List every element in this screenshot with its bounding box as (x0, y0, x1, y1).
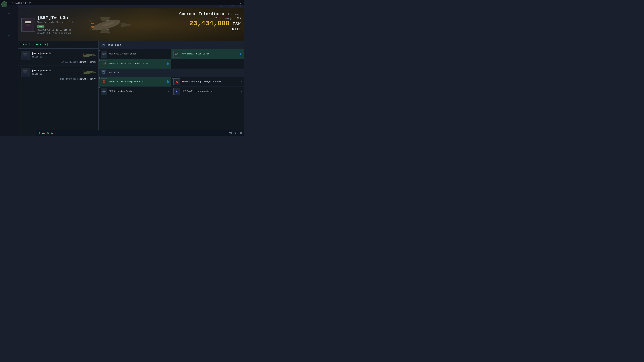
high-slot-item-1[interactable]: 1 MK9 Small Pulse Laser × (98, 49, 172, 59)
victim-avatar (22, 18, 35, 31)
svg-point-17 (91, 26, 94, 28)
svg-marker-37 (82, 73, 84, 75)
svg-point-66 (104, 91, 104, 92)
hamburger-icon: ≡ (4, 3, 5, 6)
total-damage-line: Total damage: 2969 (179, 17, 241, 20)
bottom-value: 15,640.08 (42, 132, 53, 134)
participant-card-2: [NILF]Nomadic Talos II (18, 66, 98, 83)
outer-close-button[interactable]: × (240, 2, 242, 5)
filter-icon[interactable]: ⊟ (240, 132, 242, 134)
svg-rect-23 (23, 53, 27, 54)
total-damage-label: Total damage: (216, 17, 234, 20)
participants-title: Participants (22, 43, 42, 46)
low-slot-4-name: MK7 Small Microwarpdrive (182, 90, 239, 93)
high-slot-item-4-empty (172, 59, 244, 69)
svg-marker-27 (82, 56, 84, 58)
low-slot-item-4[interactable]: 1 MK7 Small Microwarpdrive × (172, 87, 244, 96)
participant-1-damage: 2969 (80, 60, 86, 63)
low-slot-icon (101, 70, 106, 75)
low-slot-4-icon (174, 88, 180, 95)
low-slot-item-2[interactable]: 1 Federation Navy Damage Control × (172, 77, 244, 87)
high-slot-2-action[interactable]: 👤 (239, 53, 242, 55)
low-slot-title: Low Slot (108, 71, 120, 74)
svg-marker-11 (88, 18, 94, 23)
participant-2-name: [NILF]Nomadic (32, 69, 79, 72)
low-slot-3-name: MK5 Cloaking Device (109, 90, 166, 93)
ship-name: Coercer Interdictor (179, 12, 225, 16)
low-slot-3-action[interactable]: × (168, 90, 169, 93)
kill-location: Z-UZZN < F-RA63 < Querious (38, 32, 241, 34)
svg-marker-35 (93, 71, 96, 73)
participant-2-details: [NILF]Nomadic Talos II (32, 69, 79, 75)
participant-1-name: [NILF]Nomadic (32, 52, 79, 55)
lower-section: Participants [1] (18, 41, 244, 136)
participant-1-avatar (21, 51, 30, 60)
high-slot-item-2[interactable]: 1 MK9 Small Pulse Laser 👤 (172, 49, 244, 59)
svg-point-39 (82, 72, 84, 73)
section-bar (21, 43, 21, 46)
svg-point-29 (82, 55, 84, 56)
page-label: Page 1 (228, 132, 236, 134)
participant-1-details: [NILF]Nomadic Talos II (32, 52, 79, 58)
participant-2-top: [NILF]Nomadic Talos II (21, 68, 96, 77)
participant-1-stats: Final Blow | 2969 | 100% (21, 60, 96, 63)
participant-2-avatar (21, 68, 30, 77)
participant-2-damage: 2969 (80, 78, 86, 81)
high-slot-item-3[interactable]: 1 Imperial Navy Small Beam Laser 👤 (98, 59, 172, 69)
participant-1-role: Final Blow (60, 60, 76, 63)
low-slot-2-icon (174, 78, 180, 85)
participant-card-1: [NILF]Nomadic Talos II (18, 49, 98, 66)
low-slot-grid: 1 Imperial Navy Adaptive Armor... � (98, 77, 244, 96)
pagination: Page 1 ✎ ⊟ (228, 132, 242, 134)
high-slot-1-action[interactable]: × (168, 53, 169, 55)
sidebar-star-icon[interactable]: ★ (5, 31, 13, 39)
svg-marker-25 (93, 54, 96, 56)
high-slot-3-name: Imperial Navy Small Beam Laser (109, 62, 165, 65)
low-slot-4-action[interactable]: × (241, 90, 242, 93)
avatar-placeholder (22, 18, 35, 31)
kill-result-label: Kill (232, 27, 241, 31)
outer-window: ≡ CHARACTER × ≡ ✕ ★ ≡ KILL REPORT [ID:74… (0, 0, 244, 136)
high-slot-icon (101, 43, 106, 47)
svg-point-38 (82, 71, 84, 72)
sidebar-close-icon[interactable]: ✕ (5, 21, 13, 28)
sidebar-menu-icon[interactable]: ≡ (5, 10, 13, 17)
low-slot-item-3[interactable]: 1 MK5 Cloaking Device × (98, 87, 172, 96)
high-slot-header: High Slot (98, 41, 244, 49)
low-slot-2-name: Federation Navy Damage Control (182, 80, 239, 83)
svg-point-71 (176, 91, 177, 92)
edit-icon[interactable]: ✎ (238, 132, 239, 134)
bottom-bar: ⊞ 15,640.08 | Page 1 ✎ ⊟ (36, 130, 244, 136)
high-slot-3-icon (100, 60, 107, 67)
low-slot-1-icon (100, 78, 107, 85)
svg-rect-22 (22, 57, 28, 60)
high-slot-1-name: MK9 Small Pulse Laser (109, 53, 166, 55)
svg-point-24 (83, 53, 94, 57)
participant-2-percent: 100% (90, 78, 96, 81)
low-slot-item-1[interactable]: 1 Imperial Navy Adaptive Armor... � (98, 77, 172, 87)
low-slot-2-action[interactable]: × (241, 80, 242, 83)
high-slot-grid: 1 MK9 Small Pulse Laser × (98, 49, 244, 69)
svg-marker-36 (82, 69, 84, 71)
high-slot-title: High Slot (108, 44, 121, 46)
svg-rect-33 (23, 70, 27, 71)
participant-1-ship: Talos II (32, 56, 79, 58)
participants-header: Participants [1] (18, 41, 98, 49)
svg-point-48 (178, 53, 178, 54)
svg-rect-7 (28, 23, 28, 23)
ship-image-area (77, 11, 136, 39)
participant-1-ship-image (81, 51, 96, 59)
low-slot-1-action[interactable]: 👤 (166, 80, 169, 83)
high-slot-3-action[interactable]: 👤 (166, 62, 169, 65)
isk-value: 23,434,000 (189, 20, 230, 27)
character-title: CHARACTER (12, 2, 31, 5)
ship-stats-right: Coercer Interdictor Destroyer Total dama… (179, 12, 241, 31)
participant-2-role: Top Damage (60, 78, 76, 81)
low-slot-1-name: Imperial Navy Adaptive Armor... (109, 80, 165, 83)
ship-image (77, 11, 136, 39)
kill-badge: Kill (38, 25, 44, 28)
svg-rect-8 (25, 21, 31, 23)
participant-2-ship: Talos II (32, 73, 79, 75)
hamburger-button[interactable]: ≡ (1, 1, 8, 7)
svg-point-28 (82, 54, 84, 55)
